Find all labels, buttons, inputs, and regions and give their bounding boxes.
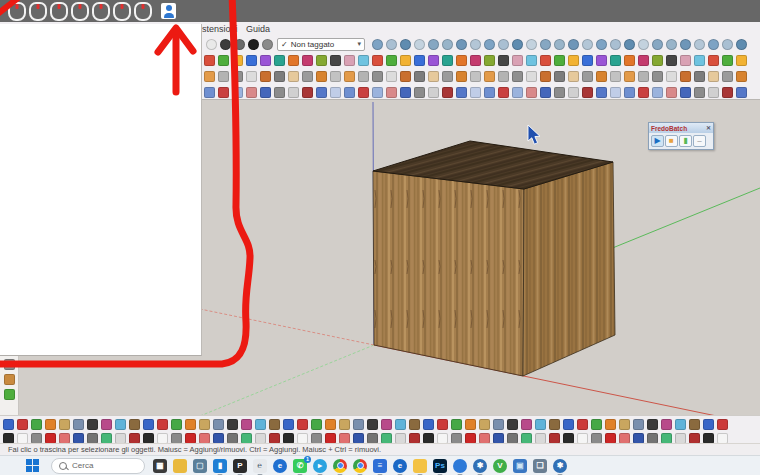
toolbar-row2[interactable] <box>204 52 747 68</box>
tool-icon[interactable] <box>689 419 700 430</box>
tool-icon[interactable] <box>451 419 462 430</box>
fredobatch-titlebar[interactable]: FredoBatch ✕ <box>649 123 713 133</box>
tool-icon[interactable] <box>535 419 546 430</box>
tool-icon[interactable] <box>409 433 420 444</box>
fredobatch-run-button[interactable]: ▶ <box>651 135 664 147</box>
user-profile-icon[interactable] <box>161 3 176 19</box>
tool-icon[interactable] <box>638 71 649 82</box>
tool-icon[interactable] <box>274 55 285 66</box>
tool-icon[interactable] <box>540 55 551 66</box>
tool-icon[interactable] <box>171 419 182 430</box>
tool-icon[interactable] <box>344 87 355 98</box>
tool-icon[interactable] <box>45 419 56 430</box>
tool-icon[interactable] <box>493 419 504 430</box>
tool-icon[interactable] <box>470 71 481 82</box>
microphone-app-icon[interactable]: ▮ <box>213 459 227 473</box>
tool-icon[interactable] <box>101 433 112 444</box>
tool-icon[interactable] <box>269 433 280 444</box>
whatsapp-icon[interactable]: ✆1 <box>293 459 307 473</box>
tool-icon[interactable] <box>703 433 714 444</box>
tool-icon[interactable] <box>722 87 733 98</box>
sketchup-icon[interactable]: ✱ <box>473 459 487 473</box>
tool-icon[interactable] <box>451 433 462 444</box>
tool-icon[interactable] <box>73 433 84 444</box>
tool-icon[interactable] <box>535 433 546 444</box>
tool-icon[interactable] <box>526 87 537 98</box>
tool-icon[interactable] <box>17 433 28 444</box>
tool-icon[interactable] <box>297 419 308 430</box>
tool-icon[interactable] <box>353 419 364 430</box>
tool-icon[interactable] <box>218 55 229 66</box>
tool-icon[interactable] <box>31 419 42 430</box>
tool-icon[interactable] <box>199 433 210 444</box>
tool-icon[interactable] <box>554 55 565 66</box>
mouse-gesture-icon[interactable] <box>29 2 47 21</box>
tool-icon[interactable] <box>708 71 719 82</box>
tool-icon[interactable] <box>442 39 453 50</box>
tool-icon[interactable] <box>87 433 98 444</box>
tool-icon[interactable] <box>232 87 243 98</box>
tool-icon[interactable] <box>484 71 495 82</box>
fredobatch-options-button[interactable]: – <box>693 135 706 147</box>
tool-icon[interactable] <box>372 71 383 82</box>
tool-icon[interactable] <box>232 71 243 82</box>
tool-icon[interactable] <box>694 71 705 82</box>
tool-icon[interactable] <box>526 39 537 50</box>
tool-icon[interactable] <box>582 55 593 66</box>
close-icon[interactable]: ✕ <box>706 125 711 131</box>
tool-icon[interactable] <box>241 419 252 430</box>
tool-icon[interactable] <box>722 39 733 50</box>
tool-icon[interactable] <box>400 55 411 66</box>
tool-icon[interactable] <box>288 71 299 82</box>
tool-icon[interactable] <box>540 87 551 98</box>
tool-icon[interactable] <box>694 87 705 98</box>
tool-icon[interactable] <box>549 419 560 430</box>
tool-icon[interactable] <box>157 433 168 444</box>
tool-icon[interactable] <box>353 433 364 444</box>
tool-icon[interactable] <box>652 71 663 82</box>
tool-icon[interactable] <box>493 433 504 444</box>
tool-icon[interactable] <box>596 87 607 98</box>
tool-icon[interactable] <box>339 419 350 430</box>
tool-icon[interactable] <box>512 39 523 50</box>
tool-icon[interactable] <box>381 433 392 444</box>
tool-icon[interactable] <box>652 55 663 66</box>
tool-icon[interactable] <box>283 433 294 444</box>
tool-icon[interactable] <box>316 71 327 82</box>
tool-icon[interactable] <box>171 433 182 444</box>
tool-icon[interactable] <box>4 374 15 385</box>
tool-icon[interactable] <box>638 39 649 50</box>
tool-icon[interactable] <box>521 433 532 444</box>
tool-icon[interactable] <box>3 433 14 444</box>
tool-icon[interactable] <box>246 71 257 82</box>
tool-icon[interactable] <box>680 87 691 98</box>
tool-icon[interactable] <box>666 55 677 66</box>
tool-icon[interactable] <box>4 359 15 370</box>
telegram-icon[interactable]: ▸ <box>313 459 327 473</box>
blue-circle-app-icon[interactable]: e <box>273 459 287 473</box>
tool-icon[interactable] <box>395 419 406 430</box>
tool-icon[interactable] <box>325 419 336 430</box>
tool-icon[interactable] <box>703 419 714 430</box>
p-app-icon[interactable]: P <box>233 459 247 473</box>
tool-icon[interactable] <box>45 433 56 444</box>
cube-left-face[interactable] <box>373 171 524 376</box>
tool-icon[interactable] <box>526 71 537 82</box>
tool-icon[interactable] <box>647 433 658 444</box>
tool-icon[interactable] <box>680 55 691 66</box>
tool-icon[interactable] <box>647 419 658 430</box>
tool-icon[interactable] <box>311 419 322 430</box>
tool-icon[interactable] <box>213 419 224 430</box>
fredobatch-palette[interactable]: FredoBatch ✕ ▶■▮– <box>648 122 714 150</box>
mouse-gesture-icon[interactable] <box>8 2 26 21</box>
tool-icon[interactable] <box>456 39 467 50</box>
tool-icon[interactable] <box>666 71 677 82</box>
tool-icon[interactable] <box>115 419 126 430</box>
tool-icon[interactable] <box>316 87 327 98</box>
tool-icon[interactable] <box>666 87 677 98</box>
tool-icon[interactable] <box>568 39 579 50</box>
camera-app-icon[interactable]: ▢ <box>193 459 207 473</box>
tool-icon[interactable] <box>400 87 411 98</box>
tool-icon[interactable] <box>638 55 649 66</box>
chrome-icon[interactable] <box>333 459 347 473</box>
